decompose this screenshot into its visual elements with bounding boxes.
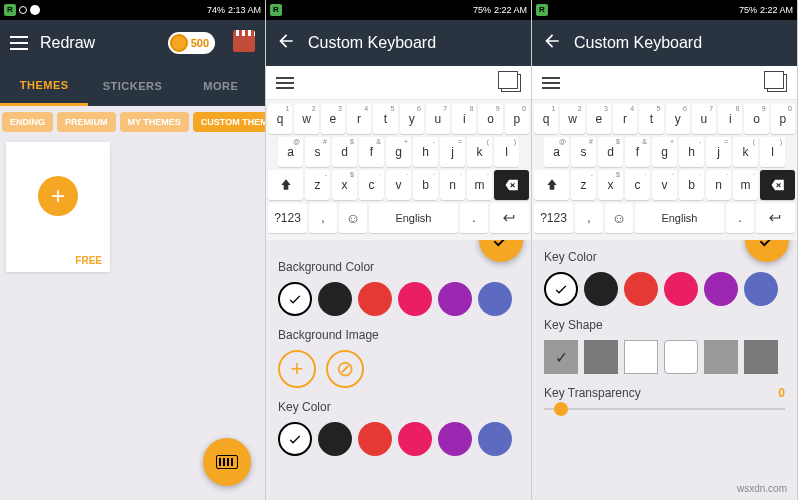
swatch[interactable] [744, 272, 778, 306]
key-k[interactable]: k( [733, 137, 758, 167]
emoji-key[interactable]: ☺ [339, 203, 367, 233]
key-u[interactable]: u7 [426, 104, 450, 134]
key-g[interactable]: g+ [386, 137, 411, 167]
swatch[interactable] [438, 422, 472, 456]
swatch[interactable] [584, 272, 618, 306]
key-d[interactable]: d$ [332, 137, 357, 167]
key-y[interactable]: y6 [400, 104, 424, 134]
key-u[interactable]: u7 [692, 104, 716, 134]
space-key[interactable]: English [369, 203, 458, 233]
swatch[interactable] [318, 282, 352, 316]
period-key[interactable]: . [726, 203, 754, 233]
tab-more[interactable]: MORE [177, 66, 265, 106]
slider-thumb[interactable] [554, 402, 568, 416]
key-k[interactable]: k( [467, 137, 492, 167]
swatch[interactable] [318, 422, 352, 456]
key-f[interactable]: f& [625, 137, 650, 167]
translate-icon[interactable] [767, 74, 787, 92]
backspace-key[interactable] [494, 170, 529, 200]
key-e[interactable]: e3 [321, 104, 345, 134]
tab-themes[interactable]: THEMES [0, 66, 88, 106]
shift-key[interactable] [268, 170, 303, 200]
chip-custom[interactable]: CUSTOM THEMES [193, 112, 265, 132]
store-icon[interactable] [233, 34, 255, 52]
comma-key[interactable]: , [575, 203, 603, 233]
emoji-key[interactable]: ☺ [605, 203, 633, 233]
key-n[interactable]: n· [440, 170, 465, 200]
keyboard-fab[interactable] [203, 438, 251, 486]
swatch[interactable] [438, 282, 472, 316]
swatch[interactable] [398, 422, 432, 456]
key-b[interactable]: b· [679, 170, 704, 200]
back-icon[interactable] [542, 31, 562, 55]
key-p[interactable]: p0 [505, 104, 529, 134]
swatch[interactable] [478, 422, 512, 456]
key-q[interactable]: q1 [534, 104, 558, 134]
key-t[interactable]: t5 [373, 104, 397, 134]
symbols-key[interactable]: ?123 [268, 203, 307, 233]
swatch[interactable] [704, 272, 738, 306]
key-b[interactable]: b· [413, 170, 438, 200]
kb-menu-icon[interactable] [276, 77, 294, 89]
add-image-button[interactable]: + [278, 350, 316, 388]
swatch[interactable] [624, 272, 658, 306]
swatch[interactable] [478, 282, 512, 316]
key-e[interactable]: e3 [587, 104, 611, 134]
shape-option[interactable] [744, 340, 778, 374]
key-h[interactable]: h- [413, 137, 438, 167]
swatch[interactable] [398, 282, 432, 316]
swatch-selected[interactable] [544, 272, 578, 306]
menu-icon[interactable] [10, 36, 28, 50]
key-a[interactable]: a@ [544, 137, 569, 167]
transparency-slider[interactable] [544, 408, 785, 410]
key-j[interactable]: j= [440, 137, 465, 167]
key-o[interactable]: o9 [744, 104, 768, 134]
shape-option[interactable] [664, 340, 698, 374]
coin-balance[interactable]: 500 [168, 32, 215, 54]
space-key[interactable]: English [635, 203, 724, 233]
key-i[interactable]: i8 [452, 104, 476, 134]
period-key[interactable]: . [460, 203, 488, 233]
key-c[interactable]: c· [359, 170, 384, 200]
kb-menu-icon[interactable] [542, 77, 560, 89]
key-r[interactable]: r4 [347, 104, 371, 134]
key-o[interactable]: o9 [478, 104, 502, 134]
key-f[interactable]: f& [359, 137, 384, 167]
key-c[interactable]: c· [625, 170, 650, 200]
key-v[interactable]: v· [386, 170, 411, 200]
backspace-key[interactable] [760, 170, 795, 200]
symbols-key[interactable]: ?123 [534, 203, 573, 233]
key-l[interactable]: l) [760, 137, 785, 167]
swatch[interactable] [664, 272, 698, 306]
theme-card[interactable]: + FREE [6, 142, 110, 272]
key-t[interactable]: t5 [639, 104, 663, 134]
swatch-selected[interactable] [278, 422, 312, 456]
shape-option[interactable] [584, 340, 618, 374]
key-p[interactable]: p0 [771, 104, 795, 134]
key-s[interactable]: s# [571, 137, 596, 167]
swatch[interactable] [358, 282, 392, 316]
key-a[interactable]: a@ [278, 137, 303, 167]
key-y[interactable]: y6 [666, 104, 690, 134]
chip-premium[interactable]: PREMIUM [57, 112, 116, 132]
key-d[interactable]: d$ [598, 137, 623, 167]
clear-image-button[interactable]: ⊘ [326, 350, 364, 388]
translate-icon[interactable] [501, 74, 521, 92]
shape-option[interactable] [544, 340, 578, 374]
enter-key[interactable] [756, 203, 795, 233]
key-x[interactable]: x$ [332, 170, 357, 200]
key-r[interactable]: r4 [613, 104, 637, 134]
key-j[interactable]: j= [706, 137, 731, 167]
enter-key[interactable] [490, 203, 529, 233]
back-icon[interactable] [276, 31, 296, 55]
comma-key[interactable]: , [309, 203, 337, 233]
tab-stickers[interactable]: STICKERS [88, 66, 176, 106]
key-w[interactable]: w2 [560, 104, 584, 134]
key-s[interactable]: s# [305, 137, 330, 167]
shape-option[interactable] [704, 340, 738, 374]
add-theme-button[interactable]: + [38, 176, 78, 216]
key-l[interactable]: l) [494, 137, 519, 167]
chip-trending[interactable]: ENDING [2, 112, 53, 132]
chip-mythemes[interactable]: MY THEMES [120, 112, 189, 132]
swatch-selected[interactable] [278, 282, 312, 316]
